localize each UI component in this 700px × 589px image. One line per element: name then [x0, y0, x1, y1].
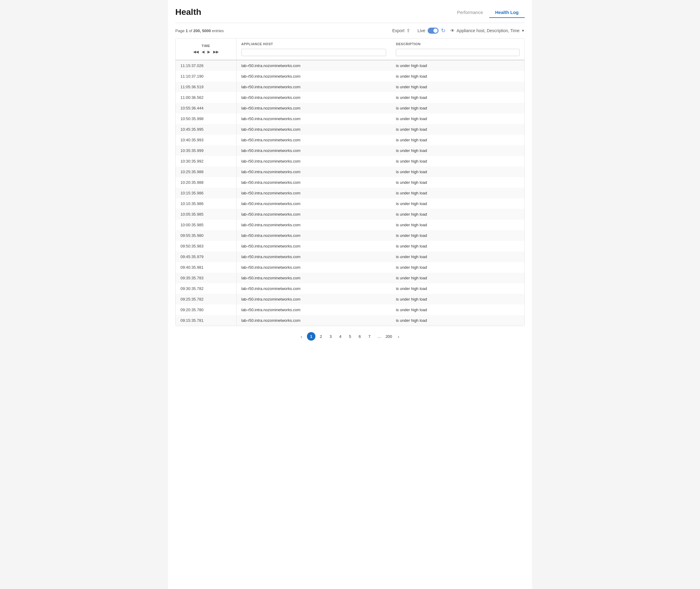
- table-row: 11:15:37.026lab-r50.intra.nozominetworks…: [176, 60, 524, 71]
- pagination: ‹ 1 2 3 4 5 6 7 … 200 ›: [175, 332, 525, 341]
- pagination-page-3[interactable]: 3: [326, 332, 335, 341]
- tab-performance[interactable]: Performance: [451, 7, 489, 18]
- pagination-page-200[interactable]: 200: [385, 332, 393, 341]
- cell-host: lab-r50.intra.nozominetworks.com: [236, 177, 391, 188]
- table-row: 10:00:35.985lab-r50.intra.nozominetworks…: [176, 220, 524, 230]
- table-row: 10:55:36.444lab-r50.intra.nozominetworks…: [176, 103, 524, 114]
- cell-description: is under high load: [391, 262, 524, 273]
- export-button[interactable]: Export ⇧: [390, 27, 413, 35]
- cell-description: is under high load: [391, 124, 524, 135]
- time-prev-button[interactable]: ◀: [201, 49, 205, 54]
- cell-host: lab-r50.intra.nozominetworks.com: [236, 294, 391, 305]
- cell-description: is under high load: [391, 135, 524, 145]
- cell-host: lab-r50.intra.nozominetworks.com: [236, 92, 391, 103]
- host-filter-input[interactable]: [241, 49, 387, 56]
- cell-description: is under high load: [391, 209, 524, 220]
- tab-health-log[interactable]: Health Log: [489, 7, 525, 18]
- cell-time: 11:10:37.190: [176, 71, 236, 81]
- cell-description: is under high load: [391, 167, 524, 177]
- cell-host: lab-r50.intra.nozominetworks.com: [236, 114, 391, 124]
- cell-time: 10:55:36.444: [176, 103, 236, 114]
- table-row: 09:20:35.780lab-r50.intra.nozominetworks…: [176, 305, 524, 315]
- table-row: 11:10:37.190lab-r50.intra.nozominetworks…: [176, 71, 524, 81]
- pagination-next[interactable]: ›: [394, 332, 403, 341]
- cell-description: is under high load: [391, 71, 524, 81]
- pagination-page-1[interactable]: 1: [307, 332, 315, 341]
- table-row: 10:10:35.986lab-r50.intra.nozominetworks…: [176, 198, 524, 209]
- table-row: 09:50:35.983lab-r50.intra.nozominetworks…: [176, 241, 524, 251]
- cell-description: is under high load: [391, 145, 524, 156]
- table-row: 10:15:35.986lab-r50.intra.nozominetworks…: [176, 188, 524, 198]
- cell-time: 10:10:35.986: [176, 198, 236, 209]
- columns-selector-button[interactable]: 👁 Appliance host, Description, Time ▼: [450, 28, 525, 33]
- pagination-page-4[interactable]: 4: [336, 332, 344, 341]
- cell-description: is under high load: [391, 177, 524, 188]
- col-host-label: APPLIANCE HOST: [241, 42, 387, 46]
- cell-description: is under high load: [391, 273, 524, 283]
- cell-time: 10:20:35.988: [176, 177, 236, 188]
- cell-host: lab-r50.intra.nozominetworks.com: [236, 167, 391, 177]
- time-next-button[interactable]: ▶: [207, 49, 211, 54]
- cell-time: 09:35:35.783: [176, 273, 236, 283]
- col-time: TIME ◀◀ ◀ ▶ ▶▶: [176, 38, 236, 60]
- table-row: 09:30:35.782lab-r50.intra.nozominetworks…: [176, 283, 524, 294]
- refresh-icon[interactable]: ↻: [441, 27, 446, 34]
- cell-time: 09:40:35.981: [176, 262, 236, 273]
- cell-description: is under high load: [391, 114, 524, 124]
- cell-time: 09:50:35.983: [176, 241, 236, 251]
- pagination-page-6[interactable]: 6: [356, 332, 364, 341]
- cell-host: lab-r50.intra.nozominetworks.com: [236, 81, 391, 92]
- cell-time: 09:55:35.980: [176, 230, 236, 241]
- cell-description: is under high load: [391, 230, 524, 241]
- cell-host: lab-r50.intra.nozominetworks.com: [236, 209, 391, 220]
- pagination-prev[interactable]: ‹: [297, 332, 306, 341]
- table-row: 11:00:36.562lab-r50.intra.nozominetworks…: [176, 92, 524, 103]
- cell-time: 10:15:35.986: [176, 188, 236, 198]
- cell-host: lab-r50.intra.nozominetworks.com: [236, 60, 391, 71]
- cell-time: 10:30:35.992: [176, 156, 236, 167]
- table-row: 10:25:35.988lab-r50.intra.nozominetworks…: [176, 167, 524, 177]
- cell-host: lab-r50.intra.nozominetworks.com: [236, 156, 391, 167]
- header-divider: [175, 23, 525, 23]
- time-last-button[interactable]: ▶▶: [212, 49, 220, 54]
- table-row: 10:30:35.992lab-r50.intra.nozominetworks…: [176, 156, 524, 167]
- chevron-down-icon: ▼: [521, 29, 525, 32]
- table-row: 10:40:35.993lab-r50.intra.nozominetworks…: [176, 135, 524, 145]
- cell-description: is under high load: [391, 188, 524, 198]
- pagination-page-7[interactable]: 7: [365, 332, 374, 341]
- cell-description: is under high load: [391, 103, 524, 114]
- pagination-page-2[interactable]: 2: [317, 332, 325, 341]
- cell-host: lab-r50.intra.nozominetworks.com: [236, 188, 391, 198]
- cell-description: is under high load: [391, 315, 524, 326]
- pagination-page-5[interactable]: 5: [346, 332, 354, 341]
- cell-description: is under high load: [391, 60, 524, 71]
- table-row: 09:40:35.981lab-r50.intra.nozominetworks…: [176, 262, 524, 273]
- cell-time: 09:25:35.782: [176, 294, 236, 305]
- cell-host: lab-r50.intra.nozominetworks.com: [236, 262, 391, 273]
- time-first-button[interactable]: ◀◀: [192, 49, 200, 54]
- table-row: 10:05:35.985lab-r50.intra.nozominetworks…: [176, 209, 524, 220]
- cell-host: lab-r50.intra.nozominetworks.com: [236, 198, 391, 209]
- cell-host: lab-r50.intra.nozominetworks.com: [236, 305, 391, 315]
- cell-host: lab-r50.intra.nozominetworks.com: [236, 71, 391, 81]
- cell-time: 11:00:36.562: [176, 92, 236, 103]
- export-label: Export: [392, 28, 404, 33]
- cell-description: is under high load: [391, 81, 524, 92]
- cell-description: is under high load: [391, 251, 524, 262]
- cell-time: 10:25:35.988: [176, 167, 236, 177]
- table-row: 09:25:35.782lab-r50.intra.nozominetworks…: [176, 294, 524, 305]
- live-toggle-switch[interactable]: [428, 28, 439, 34]
- table-row: 10:20:35.988lab-r50.intra.nozominetworks…: [176, 177, 524, 188]
- cell-host: lab-r50.intra.nozominetworks.com: [236, 220, 391, 230]
- cell-host: lab-r50.intra.nozominetworks.com: [236, 230, 391, 241]
- cell-description: is under high load: [391, 283, 524, 294]
- cell-time: 09:15:35.781: [176, 315, 236, 326]
- cell-time: 09:20:35.780: [176, 305, 236, 315]
- description-filter-input[interactable]: [396, 49, 519, 56]
- page-info: Page 1 of 200, 5000 entries: [175, 28, 224, 33]
- cell-time: 10:40:35.993: [176, 135, 236, 145]
- col-appliance-host: APPLIANCE HOST: [236, 38, 391, 60]
- table-row: 10:35:35.999lab-r50.intra.nozominetworks…: [176, 145, 524, 156]
- tabs: Performance Health Log: [451, 7, 525, 18]
- cell-time: 09:45:35.979: [176, 251, 236, 262]
